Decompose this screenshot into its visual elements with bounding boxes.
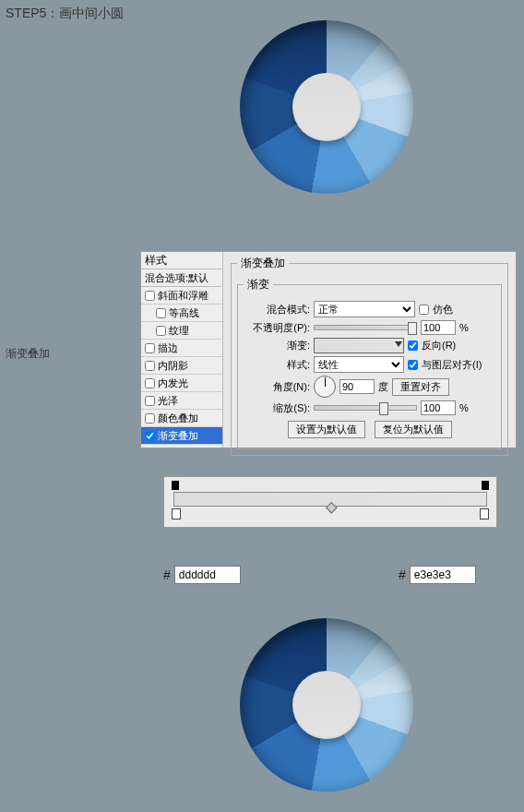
style-label: 等高线 [169,304,199,321]
color-stop-icon[interactable] [172,508,181,519]
reverse-checkbox[interactable] [408,340,418,351]
gradient-label: 渐变: [244,339,310,352]
scale-label: 缩放(S): [244,401,310,415]
style-item-satin[interactable]: 光泽 [141,392,222,410]
opacity-slider[interactable] [314,325,417,330]
checkbox-satin[interactable] [145,396,155,406]
color-hex-group-1: # [163,566,241,584]
inner-group-title: 渐变 [244,277,273,293]
donut-preview-bottom [240,618,413,792]
side-label: 渐变叠加 [6,346,50,362]
reset-default-button[interactable]: 复位为默认值 [375,421,452,438]
checkbox-bevel[interactable] [145,291,155,301]
checkbox-stroke[interactable] [145,343,155,353]
style-label: 纹理 [169,322,189,339]
style-item-gradient-overlay[interactable]: 渐变叠加 [141,427,222,445]
blend-options-row[interactable]: 混合选项:默认 [141,269,222,287]
style-item-color-overlay[interactable]: 颜色叠加 [141,410,222,427]
gradient-overlay-group: 渐变叠加 渐变 混合模式: 正常 仿色 不透明度(P): % 渐变: [231,256,508,456]
style-item-stroke[interactable]: 描边 [141,340,222,357]
style-select[interactable]: 线性 [314,356,404,373]
style-item-inner-glow[interactable]: 内发光 [141,375,222,392]
donut-inner [292,671,361,739]
hash-icon: # [399,567,406,582]
reset-align-button[interactable]: 重置对齐 [392,378,449,396]
gradient-editor-strip[interactable] [163,476,497,528]
scale-unit: % [459,402,469,413]
set-default-button[interactable]: 设置为默认值 [288,421,365,438]
style-label: 渐变叠加 [158,427,198,444]
donut-inner [292,73,361,141]
blend-mode-select[interactable]: 正常 [314,301,415,317]
gradient-group: 渐变 混合模式: 正常 仿色 不透明度(P): % 渐变: [237,277,502,449]
dither-checkbox[interactable] [419,304,429,315]
color-hex-group-2: # [399,566,476,584]
slider-thumb-icon[interactable] [379,402,388,415]
style-label: 内阴影 [158,357,188,374]
style-label: 颜色叠加 [158,410,198,426]
blend-mode-label: 混合模式: [244,303,310,316]
checkbox-inner-glow[interactable] [145,378,155,388]
step-title: STEP5：画中间小圆 [6,6,124,22]
group-title: 渐变叠加 [237,256,289,271]
gradient-preview[interactable] [314,338,404,353]
style-label: 样式: [244,358,310,372]
hash-icon: # [163,567,171,582]
checkbox-color-overlay[interactable] [145,413,155,424]
color-stop-icon[interactable] [480,508,489,519]
style-label: 描边 [158,340,178,356]
angle-input[interactable] [339,379,375,394]
angle-label: 角度(N): [244,380,310,394]
styles-header: 样式 [141,252,222,269]
donut-preview-top [240,20,413,194]
color-hex-input-1[interactable] [174,566,241,584]
style-label: 光泽 [158,392,178,409]
checkbox-inner-shadow[interactable] [145,361,155,371]
checkbox-texture[interactable] [156,326,166,336]
align-label: 与图层对齐(I) [422,358,482,372]
style-item-contour[interactable]: 等高线 [141,304,222,322]
checkbox-contour[interactable] [156,308,166,318]
opacity-label: 不透明度(P): [244,321,310,335]
color-hex-input-2[interactable] [410,566,476,584]
layer-style-dialog: 样式 混合选项:默认 斜面和浮雕 等高线 纹理 描边 内阴影 内发光 光泽 颜色… [140,251,517,448]
align-checkbox[interactable] [408,360,418,370]
style-item-bevel[interactable]: 斜面和浮雕 [141,287,222,304]
opacity-unit: % [459,322,469,333]
style-item-texture[interactable]: 纹理 [141,322,222,340]
scale-slider[interactable] [314,405,417,411]
scale-input[interactable] [421,400,456,415]
opacity-input[interactable] [421,320,456,335]
style-item-inner-shadow[interactable]: 内阴影 [141,357,222,375]
options-column: 渐变叠加 渐变 混合模式: 正常 仿色 不透明度(P): % 渐变: [223,252,516,448]
angle-unit: 度 [378,380,388,394]
dither-label: 仿色 [433,303,453,316]
checkbox-gradient-overlay[interactable] [145,431,155,441]
opacity-stop-icon[interactable] [482,481,489,490]
reverse-label: 反向(R) [422,339,456,352]
style-label: 斜面和浮雕 [158,287,208,304]
styles-column: 样式 混合选项:默认 斜面和浮雕 等高线 纹理 描边 内阴影 内发光 光泽 颜色… [141,252,223,448]
opacity-stop-icon[interactable] [172,481,179,490]
style-label: 内发光 [158,375,188,391]
slider-thumb-icon[interactable] [408,322,417,335]
angle-dial[interactable] [314,376,336,398]
